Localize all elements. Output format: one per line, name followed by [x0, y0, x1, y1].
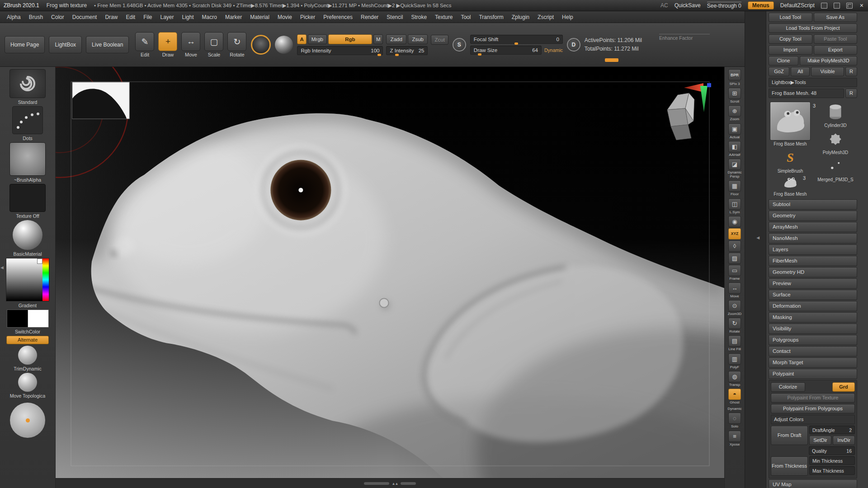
slider-marker[interactable] [377, 54, 381, 56]
right-shelf-button[interactable]: ◓ Ghost [725, 389, 745, 405]
tool-section-header[interactable]: ArrayMesh [769, 222, 857, 232]
lightbox-tools-path[interactable]: Lightbox▶Tools [769, 78, 857, 87]
tool-thumb-polymesh3d[interactable] [821, 129, 850, 149]
right-shelf-button[interactable]: ◊ [725, 240, 745, 252]
menu-item[interactable]: Stroke [407, 13, 431, 21]
from-thickness-button[interactable]: From Thickness [771, 456, 808, 476]
viewport-3d[interactable] [56, 67, 724, 478]
menu-item[interactable]: Edit [122, 13, 139, 21]
canvas-scrollbar-2[interactable] [401, 482, 416, 485]
default-zscript-button[interactable]: DefaultZScript [780, 2, 815, 9]
menus-button[interactable]: Menus [748, 1, 774, 9]
setdir-button[interactable]: SetDir [809, 436, 831, 445]
menu-item[interactable]: Material [246, 13, 274, 21]
dynamic-subdiv-icon[interactable]: D [567, 38, 580, 52]
goz-all-button[interactable]: All [791, 67, 810, 76]
right-shelf-button[interactable]: ▤ Line Fill [725, 335, 745, 352]
menu-item[interactable]: File [139, 13, 156, 21]
see-through-slider[interactable]: See-through 0 [707, 2, 741, 9]
goz-button[interactable]: GoZ [769, 67, 789, 76]
tool-section-header[interactable]: Surface [769, 290, 857, 300]
material-thumbnail[interactable] [13, 220, 42, 250]
menu-item[interactable]: Document [68, 13, 101, 21]
zcut-button[interactable]: Zcut [431, 35, 448, 45]
right-shelf-button[interactable]: ⊕ Zoom [725, 105, 745, 122]
goz-visible-button[interactable]: Visible [811, 67, 844, 76]
right-shelf-button[interactable]: ◧ AAHalf [725, 141, 745, 158]
right-shelf-button[interactable]: ◌ Solo [725, 413, 745, 429]
color-picker[interactable] [6, 258, 49, 301]
right-shelf-button[interactable]: ▨ [725, 253, 745, 264]
m-button[interactable]: M [373, 34, 383, 44]
right-shelf-button[interactable]: SPix 3 [725, 81, 745, 87]
menu-item[interactable]: Color [47, 13, 68, 21]
menu-item[interactable]: Render [357, 13, 382, 21]
tool-section-header[interactable]: Layers [769, 244, 857, 255]
right-shelf-button[interactable]: ◪ Dynamic Persp [725, 159, 745, 179]
main-color-swatch[interactable] [7, 310, 28, 328]
menu-item[interactable]: Brush [25, 13, 47, 21]
brush-cursor-preview[interactable] [10, 403, 45, 438]
alt-color-swatch[interactable] [28, 310, 49, 328]
alternate-button[interactable]: Alternate [6, 336, 49, 344]
zadd-button[interactable]: Zadd [386, 34, 406, 44]
draft-angle-slider[interactable]: DraftAngle 2 [809, 426, 855, 434]
tool-section-header[interactable]: Geometry [769, 211, 857, 221]
texture-preview-thumbnail[interactable] [72, 82, 129, 119]
menu-item[interactable]: Help [558, 13, 577, 21]
max-thickness-slider[interactable]: Max Thickness [809, 466, 855, 475]
clone-button[interactable]: Clone [769, 56, 798, 66]
secondary-color-swatch[interactable] [37, 258, 42, 264]
draw-size-slider[interactable]: Draw Size 64 [470, 46, 542, 55]
right-shelf-button[interactable]: ↔ Move [725, 282, 745, 299]
right-shelf-button[interactable]: BPR [725, 69, 745, 80]
menu-item[interactable]: Tool [457, 13, 475, 21]
hue-strip[interactable] [42, 258, 49, 301]
menu-item[interactable]: Light [178, 13, 198, 21]
tool-section-header[interactable]: Masking [769, 312, 857, 323]
menu-item[interactable]: Transform [475, 13, 507, 21]
menu-item[interactable]: Preferences [319, 13, 357, 21]
live-boolean-button[interactable]: Live Boolean [86, 36, 129, 53]
copy-tool-button[interactable]: Copy Tool [769, 34, 812, 44]
save-as-button[interactable]: Save As [814, 13, 858, 22]
rgb-button[interactable]: Rgb [328, 34, 372, 44]
right-shelf-button[interactable]: ◍ Transp [725, 371, 745, 388]
right-shelf-button[interactable]: ▣ Actual [725, 123, 745, 140]
paste-tool-button[interactable]: Paste Tool [814, 34, 858, 44]
slider-marker[interactable] [514, 42, 518, 45]
transform-mode-button[interactable]: ↔ Move [181, 32, 201, 57]
right-shelf-button[interactable]: ↻ Rotate [725, 318, 745, 334]
alpha-thumbnail[interactable] [9, 142, 46, 176]
right-shelf-button[interactable]: ⊙ Zoom3D [725, 300, 745, 317]
menu-item[interactable]: Picker [296, 13, 319, 21]
grd-toggle[interactable]: Grd [832, 382, 855, 392]
tool-section-header[interactable]: Polygroups [769, 335, 857, 345]
ac-toggle[interactable]: AC [660, 2, 668, 9]
load-tools-from-project-button[interactable]: Load Tools From Project [769, 23, 857, 33]
menu-item[interactable]: Macro [198, 13, 221, 21]
right-shelf-button[interactable]: ≡ Xpose [725, 431, 745, 447]
tool-thumb-frog-base-mesh[interactable]: 3 [770, 102, 811, 141]
anchor-toggle[interactable]: A [297, 34, 306, 44]
polypaint-from-polygroups-button[interactable]: Polypaint From Polygroups [771, 404, 855, 413]
right-shelf-button[interactable]: Dynamic [725, 406, 745, 412]
quicksave-button[interactable]: QuickSave [675, 2, 701, 9]
goz-r-button[interactable]: R [845, 67, 857, 76]
menu-item[interactable]: Layer [156, 13, 178, 21]
home-page-button[interactable]: Home Page [5, 36, 45, 53]
rgb-intensity-slider[interactable]: Rgb Intensity 100 [297, 46, 383, 55]
left-tray-collapse-arrow[interactable]: ◀ [0, 265, 4, 270]
import-button[interactable]: Import [769, 45, 812, 55]
stroke-type-thumbnail[interactable] [12, 106, 43, 134]
tool-section-header[interactable]: Contact [769, 346, 857, 357]
zsub-button[interactable]: Zsub [408, 34, 428, 44]
tool-section-header[interactable]: Morph Target [769, 357, 857, 368]
colorize-toggle[interactable]: Colorize [771, 382, 805, 392]
tool-r-button[interactable]: R [845, 89, 857, 98]
texture-thumbnail[interactable] [9, 184, 46, 212]
invdir-button[interactable]: InvDir [833, 436, 855, 445]
right-shelf-button[interactable]: ⊞ Scroll [725, 88, 745, 104]
slider-marker[interactable] [395, 54, 399, 56]
tool-thumb-cylinder3d[interactable] [821, 102, 850, 122]
